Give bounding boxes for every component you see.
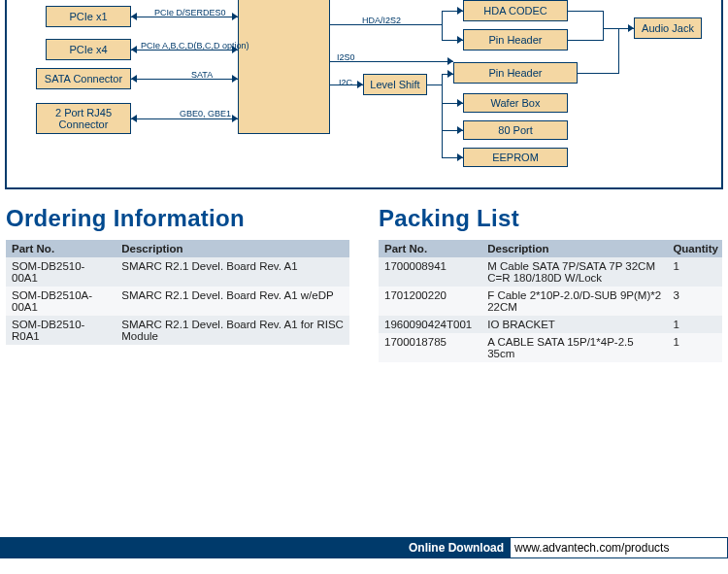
central-chip [238, 0, 330, 134]
node-rj45: 2 Port RJ45 Connector [36, 103, 131, 134]
table-row: 1700008941 M Cable SATA 7P/SATA 7P 32CM … [379, 257, 722, 287]
footer-url[interactable]: www.advantech.com/products [510, 537, 728, 558]
packing-table: Part No. Description Quantity 1700008941… [379, 240, 722, 362]
node-pcie-x4: PCIe x4 [46, 39, 131, 60]
packing-header-partno: Part No. [379, 240, 481, 257]
node-sata-connector: SATA Connector [36, 68, 131, 89]
label-gbe: GBE0, GBE1 [180, 109, 231, 118]
ordering-header-desc: Description [116, 240, 349, 257]
ordering-header-partno: Part No. [6, 240, 116, 257]
node-pin-header-2: Pin Header [453, 62, 578, 84]
node-audio-jack: Audio Jack [634, 17, 702, 39]
footer: Online Download www.advantech.com/produc… [0, 537, 728, 558]
footer-label: Online Download [0, 537, 510, 558]
block-diagram: PCIe x1 PCIe x4 SATA Connector 2 Port RJ… [5, 0, 723, 189]
node-pcie-x1: PCIe x1 [46, 6, 131, 27]
table-row: 1960090424T001 IO BRACKET 1 [379, 316, 722, 333]
table-row: 1700018785 A CABLE SATA 15P/1*4P-2.5 35c… [379, 333, 722, 362]
ordering-title: Ordering Information [6, 205, 349, 232]
packing-header-qty: Quantity [667, 240, 722, 257]
label-i2c: I2C [339, 78, 352, 87]
table-row: SOM-DB2510A-00A1 SMARC R2.1 Devel. Board… [6, 287, 349, 316]
node-eeprom: EEPROM [463, 148, 568, 167]
node-pin-header-1: Pin Header [463, 29, 568, 51]
packing-title: Packing List [379, 205, 722, 232]
node-80-port: 80 Port [463, 120, 568, 140]
node-hda-codec: HDA CODEC [463, 0, 568, 21]
ordering-table: Part No. Description SOM-DB2510-00A1 SMA… [6, 240, 349, 345]
packing-header-desc: Description [481, 240, 667, 257]
node-wafer-box: Wafer Box [463, 93, 568, 113]
table-row: SOM-DB2510-00A1 SMARC R2.1 Devel. Board … [6, 257, 349, 287]
node-level-shift: Level Shift [363, 74, 427, 95]
table-row: 1701200220 F Cable 2*10P-2.0/D-SUB 9P(M)… [379, 287, 722, 316]
table-row: SOM-DB2510-R0A1 SMARC R2.1 Devel. Board … [6, 316, 349, 345]
